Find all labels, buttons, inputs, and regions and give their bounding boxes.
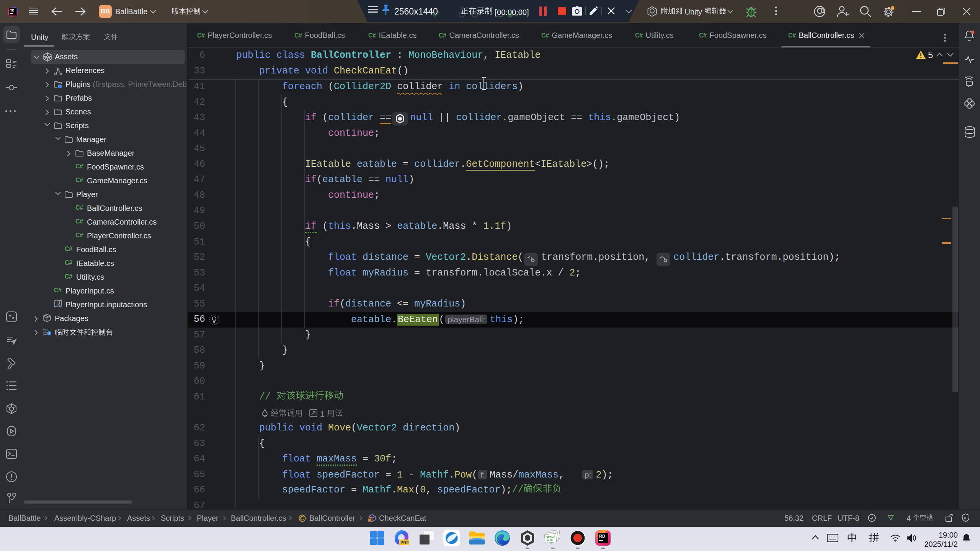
svg-text:z: z — [967, 534, 969, 538]
svg-text:PRE: PRE — [400, 540, 409, 545]
svg-text:RD: RD — [599, 534, 605, 538]
